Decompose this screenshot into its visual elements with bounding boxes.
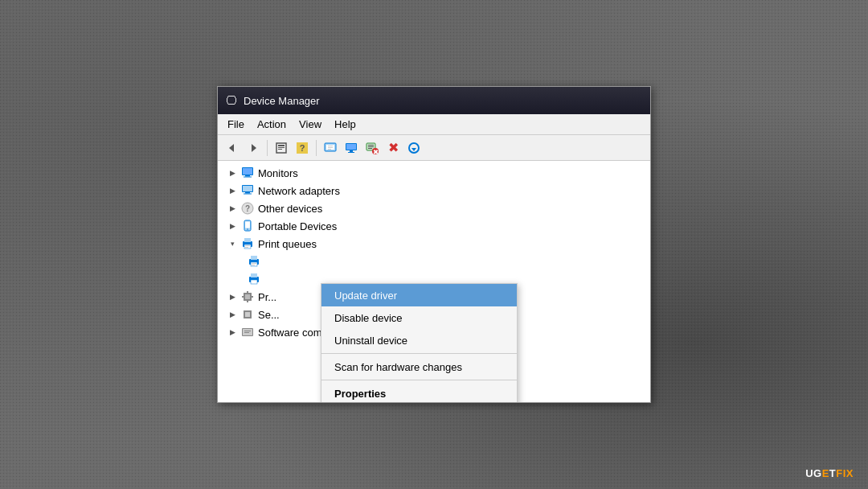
ugetfix-logo: UGETFIX [805,467,854,479]
svg-rect-44 [251,256,257,260]
content-area: ▶ Monitors ▶ Network adapters ▶ ? [218,161,650,402]
context-menu-uninstall-device[interactable]: Uninstall device [321,329,517,351]
svg-rect-56 [252,296,253,298]
tree-item-network[interactable]: ▶ Network adapters [218,182,650,199]
svg-rect-55 [242,296,244,298]
svg-text:?: ? [245,204,250,213]
svg-rect-3 [278,145,285,146]
svg-rect-54 [247,301,248,302]
svg-rect-45 [251,262,257,266]
toolbar-back-button[interactable] [223,138,242,158]
svg-rect-50 [251,280,257,284]
svg-rect-41 [245,245,250,246]
svg-rect-26 [243,168,252,175]
svg-rect-52 [245,294,250,299]
toolbar-scan-button[interactable] [404,138,424,158]
svg-rect-39 [244,238,251,242]
svg-rect-12 [328,149,331,150]
svg-marker-0 [229,144,234,152]
svg-rect-61 [244,331,251,331]
context-menu-separator-1 [321,353,517,354]
icon-monitors [240,166,255,180]
svg-rect-20 [368,148,372,149]
label-monitors: Monitors [258,167,298,179]
toolbar-forward-button[interactable] [244,138,263,158]
svg-rect-15 [350,150,353,152]
tree-item-print-queue-sub[interactable] [218,253,650,270]
context-menu-properties[interactable]: Properties [321,382,517,402]
toolbar-separator-2 [316,140,317,156]
tree-item-print-queues[interactable]: ▾ Print queues [218,235,650,253]
window-title: Device Manager [244,95,320,107]
expander-other[interactable]: ▶ [226,202,239,215]
toolbar-separator-1 [267,140,268,156]
svg-rect-10 [328,146,333,146]
expander-sensors[interactable]: ▶ [226,308,239,321]
context-menu-uninstall-device-label: Uninstall device [334,335,407,347]
menu-action[interactable]: Action [251,117,293,132]
label-network: Network adapters [258,185,340,197]
icon-other-devices: ? [240,201,255,216]
context-menu-scan-hardware[interactable]: Scan for hardware changes [321,355,517,378]
svg-rect-30 [243,186,252,191]
svg-rect-49 [251,273,257,277]
tree-item-portable-devices[interactable]: ▶ Portable Devices [218,217,650,235]
expander-print-queues[interactable]: ▾ [226,237,239,250]
context-menu-separator-2 [321,380,517,380]
label-print-queues: Print queues [258,238,317,250]
toolbar-help-button[interactable]: ? [293,138,312,158]
logo-u: UG [805,467,822,479]
icon-processors [240,290,255,304]
toolbar-add-button[interactable]: ✖ [362,138,382,158]
toolbar-monitor-button[interactable] [342,138,361,158]
toolbar-remove-button[interactable]: ✖ [383,138,403,158]
expander-monitors[interactable]: ▶ [226,166,239,179]
svg-marker-24 [411,148,416,151]
icon-portable-devices [240,219,255,233]
expander-software[interactable]: ▶ [226,326,239,339]
context-menu-disable-device-label: Disable device [334,312,403,324]
logo-t: T [829,467,836,479]
svg-rect-58 [245,312,250,317]
svg-rect-18 [368,145,374,146]
tree-item-monitors[interactable]: ▶ Monitors [218,164,650,182]
icon-software [240,325,255,339]
logo-fix: FIX [836,467,854,479]
expander-portable[interactable]: ▶ [226,220,239,232]
svg-rect-47 [252,265,255,265]
svg-rect-46 [252,263,256,264]
icon-print-queue-sub [247,254,261,269]
svg-rect-36 [245,222,250,228]
context-menu-update-driver-label: Update driver [334,290,397,302]
svg-rect-42 [245,247,248,248]
device-manager-window: 🖵 Device Manager File Action View Help [217,86,651,403]
svg-rect-27 [245,175,250,177]
menu-view[interactable]: View [293,117,328,132]
menu-file[interactable]: File [221,117,251,132]
svg-marker-1 [252,144,256,152]
label-portable-devices: Portable Devices [258,220,337,232]
svg-rect-40 [244,244,251,249]
svg-rect-28 [244,177,252,178]
toolbar-driver-update-button[interactable] [321,138,340,158]
logo-et: E [822,467,829,479]
icon-sensors [240,307,255,322]
context-menu: Update driver Disable device Uninstall d… [321,283,518,402]
context-menu-disable-device[interactable]: Disable device [321,306,517,329]
tree-item-other-devices[interactable]: ▶ ? Other devices [218,199,650,217]
menu-help[interactable]: Help [328,117,362,132]
toolbar-properties-button[interactable] [272,138,291,158]
expander-processors[interactable]: ▶ [226,290,239,303]
context-menu-update-driver[interactable]: Update driver [321,284,517,306]
svg-rect-53 [247,291,248,293]
svg-rect-19 [368,146,374,147]
menu-bar: File Action View Help [218,114,650,135]
expander-network[interactable]: ▶ [226,184,239,197]
svg-rect-11 [328,147,333,148]
svg-rect-31 [245,192,250,194]
svg-text:✖: ✖ [373,148,379,154]
icon-network [240,183,255,198]
window-icon: 🖵 [226,94,237,107]
toolbar: ? [218,135,650,161]
svg-point-37 [247,228,248,230]
